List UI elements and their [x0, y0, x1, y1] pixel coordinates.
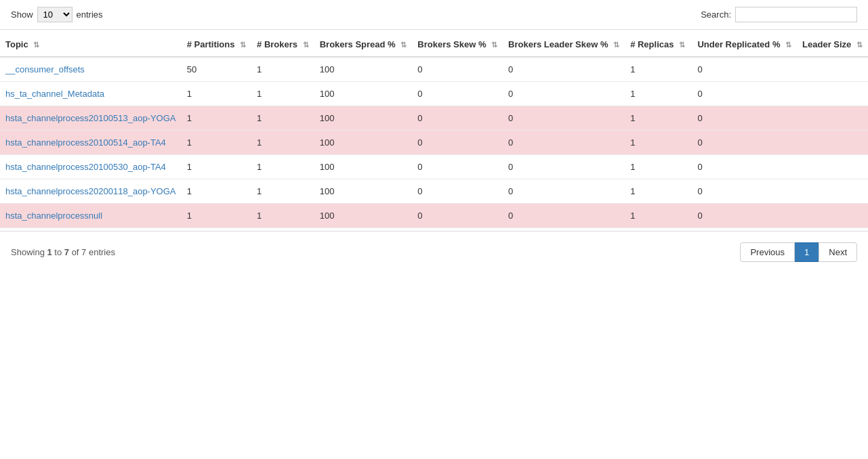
- cell-spread: 100: [314, 179, 413, 204]
- cell-bskew: 0: [412, 155, 503, 179]
- sort-icon-partitions: ⇅: [240, 41, 246, 49]
- cell-partitions: 50: [182, 57, 251, 82]
- col-brokers-label: # Brokers: [257, 39, 297, 49]
- top-bar: Show 102550100 entries Search:: [0, 0, 868, 26]
- cell-blskew: 0: [503, 106, 625, 131]
- cell-lsize: [797, 57, 868, 82]
- cell-brokers: 1: [251, 155, 314, 179]
- cell-partitions: 1: [182, 106, 251, 131]
- cell-bskew: 0: [412, 204, 503, 228]
- cell-bskew: 0: [412, 131, 503, 155]
- cell-topic: hs_ta_channel_Metadata: [0, 82, 182, 106]
- col-header-bskew[interactable]: Brokers Skew % ⇅: [412, 32, 503, 57]
- col-header-topic[interactable]: Topic ⇅: [0, 32, 182, 57]
- cell-underrep: 0: [692, 179, 797, 204]
- page-1-button[interactable]: 1: [795, 242, 819, 262]
- col-bskew-label: Brokers Skew %: [417, 39, 486, 49]
- cell-topic: hsta_channelprocess20100514_aop-TA4: [0, 131, 182, 155]
- col-header-spread[interactable]: Brokers Spread % ⇅: [314, 32, 413, 57]
- footer: Showing 1 to 7 of 7 entries Previous 1 N…: [0, 234, 868, 270]
- col-header-lsize[interactable]: Leader Size ⇅: [797, 32, 868, 57]
- divider-top: [0, 29, 868, 30]
- sort-icon-lsize: ⇅: [856, 41, 863, 49]
- cell-spread: 100: [314, 131, 413, 155]
- cell-topic: hsta_channelprocess20100530_aop-TA4: [0, 155, 182, 179]
- cell-underrep: 0: [692, 106, 797, 131]
- topic-link[interactable]: hsta_channelprocess20100513_aop-YOGA: [5, 113, 176, 123]
- cell-partitions: 1: [182, 204, 251, 228]
- cell-lsize: [797, 204, 868, 228]
- next-button[interactable]: Next: [819, 242, 857, 262]
- cell-replicas: 1: [625, 179, 692, 204]
- cell-partitions: 1: [182, 155, 251, 179]
- entries-select[interactable]: 102550100: [37, 7, 73, 22]
- table-row: hsta_channelprocess20100530_aop-TA411100…: [0, 155, 868, 179]
- cell-lsize: [797, 106, 868, 131]
- divider-bottom: [0, 231, 868, 232]
- cell-brokers: 1: [251, 82, 314, 106]
- sort-icon-bskew: ⇅: [491, 41, 497, 49]
- cell-spread: 100: [314, 204, 413, 228]
- cell-spread: 100: [314, 57, 413, 82]
- col-blskew-label: Brokers Leader Skew %: [508, 39, 608, 49]
- search-label: Search:: [701, 9, 731, 20]
- col-header-brokers[interactable]: # Brokers ⇅: [251, 32, 314, 57]
- cell-underrep: 0: [692, 82, 797, 106]
- show-label: Show: [11, 9, 33, 20]
- showing-bold-1: 1: [47, 247, 51, 257]
- table-row: hs_ta_channel_Metadata111000010: [0, 82, 868, 106]
- cell-brokers: 1: [251, 204, 314, 228]
- table-body: __consumer_offsets5011000010hs_ta_channe…: [0, 57, 868, 228]
- topic-link[interactable]: __consumer_offsets: [5, 64, 85, 74]
- cell-underrep: 0: [692, 131, 797, 155]
- cell-spread: 100: [314, 155, 413, 179]
- topic-link[interactable]: hsta_channelprocess20100514_aop-TA4: [5, 137, 166, 148]
- sort-icon-replicas: ⇅: [679, 41, 685, 49]
- topic-link[interactable]: hs_ta_channel_Metadata: [5, 89, 104, 99]
- cell-topic: hsta_channelprocess20100513_aop-YOGA: [0, 106, 182, 131]
- cell-replicas: 1: [625, 155, 692, 179]
- sort-icon-spread: ⇅: [400, 41, 407, 49]
- cell-topic: __consumer_offsets: [0, 57, 182, 82]
- sort-icon-topic: ⇅: [33, 41, 39, 49]
- cell-partitions: 1: [182, 179, 251, 204]
- cell-underrep: 0: [692, 57, 797, 82]
- cell-underrep: 0: [692, 155, 797, 179]
- cell-lsize: [797, 155, 868, 179]
- col-lsize-label: Leader Size: [802, 39, 851, 49]
- topic-link[interactable]: hsta_channelprocess20200118_aop-YOGA: [5, 186, 176, 196]
- topic-link[interactable]: hsta_channelprocessnull: [5, 211, 102, 221]
- col-topic-label: Topic: [5, 39, 28, 49]
- topics-table: Topic ⇅ # Partitions ⇅ # Brokers ⇅ Broke…: [0, 32, 868, 228]
- col-header-underrep[interactable]: Under Replicated % ⇅: [692, 32, 797, 57]
- cell-replicas: 1: [625, 82, 692, 106]
- sort-icon-brokers: ⇅: [303, 41, 309, 49]
- cell-topic: hsta_channelprocessnull: [0, 204, 182, 228]
- cell-bskew: 0: [412, 82, 503, 106]
- pagination: Previous 1 Next: [740, 242, 857, 262]
- cell-lsize: [797, 179, 868, 204]
- cell-replicas: 1: [625, 57, 692, 82]
- col-header-partitions[interactable]: # Partitions ⇅: [182, 32, 251, 57]
- cell-underrep: 0: [692, 204, 797, 228]
- col-header-blskew[interactable]: Brokers Leader Skew % ⇅: [503, 32, 625, 57]
- col-header-replicas[interactable]: # Replicas ⇅: [625, 32, 692, 57]
- table-header-row: Topic ⇅ # Partitions ⇅ # Brokers ⇅ Broke…: [0, 32, 868, 57]
- cell-lsize: [797, 131, 868, 155]
- topic-link[interactable]: hsta_channelprocess20100530_aop-TA4: [5, 162, 166, 172]
- cell-blskew: 0: [503, 179, 625, 204]
- cell-brokers: 1: [251, 131, 314, 155]
- cell-blskew: 0: [503, 155, 625, 179]
- cell-topic: hsta_channelprocess20200118_aop-YOGA: [0, 179, 182, 204]
- search-input[interactable]: [735, 7, 857, 22]
- cell-replicas: 1: [625, 106, 692, 131]
- col-partitions-label: # Partitions: [187, 39, 235, 49]
- cell-brokers: 1: [251, 106, 314, 131]
- col-replicas-label: # Replicas: [630, 39, 674, 49]
- cell-spread: 100: [314, 106, 413, 131]
- cell-bskew: 0: [412, 106, 503, 131]
- previous-button[interactable]: Previous: [740, 242, 795, 262]
- entries-label: entries: [77, 9, 103, 20]
- cell-partitions: 1: [182, 131, 251, 155]
- cell-lsize: [797, 82, 868, 106]
